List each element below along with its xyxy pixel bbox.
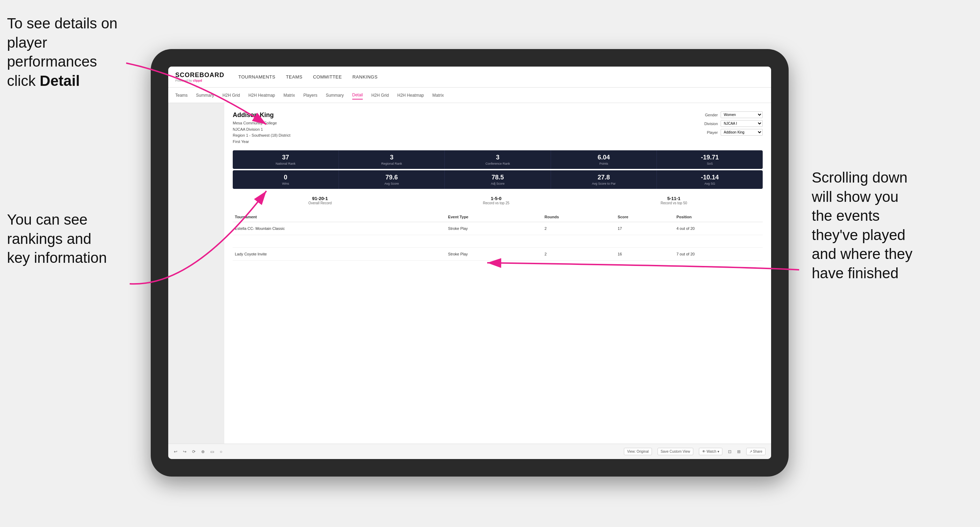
subnav-matrix[interactable]: Matrix [283,92,295,99]
save-custom-view-btn[interactable]: Save Custom View [657,448,693,455]
player-region: Region 1 - Southwest (18) District [233,132,290,139]
subnav-summary[interactable]: Summary [196,92,214,99]
nav-committee[interactable]: COMMITTEE [313,73,342,81]
wins-label: Wins [235,182,336,185]
score-3: 16 [616,248,675,261]
record-top25: 1-5-0 Record vs top 25 [483,196,510,205]
conference-rank-label: Conference Rank [448,162,548,165]
subnav-h2h-grid[interactable]: H2H Grid [223,92,240,99]
stat-sos: -19.71 SoS [657,150,763,169]
logo-scoreboard: SCOREBOARD [175,71,224,79]
bottom-toolbar: ↩ ↪ ⟳ ⊕ ▭ ○ View: Original Save Custom V… [168,444,771,459]
view-original-btn[interactable]: View: Original [624,448,652,455]
subnav-h2h-grid2[interactable]: H2H Grid [371,92,389,99]
top25-record-value: 1-5-0 [483,196,510,201]
tablet-screen: SCOREBOARD Powered by clippd TOURNAMENTS… [168,67,771,459]
annot-bl-line2: rankings and [7,230,91,247]
annot-top-line1: To see details on [7,15,118,32]
avg-par-label: Avg Score to Par [554,182,654,185]
annot-detail-bold: Detail [40,73,80,89]
stat-wins: 0 Wins [233,170,339,189]
top25-record-label: Record vs top 25 [483,201,510,205]
event-type-2 [446,235,542,248]
annot-bl-line3: key information [7,249,107,266]
view-original-label: View: Original [627,449,649,453]
player-year: First Year [233,139,290,145]
rounds-2 [542,235,616,248]
table-row: Estella CC- Mountain Classic Stroke Play… [233,222,763,235]
annot-bl-line1: You can see [7,211,88,228]
share-btn[interactable]: ↗ Share [746,448,765,455]
player-select[interactable]: Addison King [721,129,763,136]
expand-icon[interactable]: ⊞ [737,449,741,454]
avg-score-label: Avg Score [342,182,442,185]
logo-area: SCOREBOARD Powered by clippd [175,71,224,83]
stat-conference-rank: 3 Conference Rank [445,150,551,169]
player-header: Addison King Mesa Community College NJCA… [233,111,763,145]
sos-label: SoS [660,162,760,165]
table-row: Lady Coyote Invite Stroke Play 2 16 7 ou… [233,248,763,261]
records-row: 91-20-1 Overall Record 1-5-0 Record vs t… [233,193,763,208]
gender-control: Gender Women [698,111,763,118]
rounds-3: 2 [542,248,616,261]
subnav-detail[interactable]: Detail [352,91,363,100]
avg-sg-value: -10.14 [660,174,760,181]
tablet-frame: SCOREBOARD Powered by clippd TOURNAMENTS… [151,49,789,476]
top50-record-label: Record vs top 50 [661,201,687,205]
grid-icon[interactable]: ⊡ [728,449,732,454]
player-label: Player [698,130,718,135]
undo-icon[interactable]: ↩ [174,449,177,454]
subnav-players[interactable]: Players [303,92,317,99]
annot-r-line5: and where they [812,246,912,262]
division-label: Division [698,122,718,126]
col-tournament: Tournament [233,212,446,222]
regional-rank-value: 3 [342,154,442,161]
position-2 [675,235,763,248]
adj-score-label: Adj Score [448,182,548,185]
position-1: 4 out of 20 [675,222,763,235]
record-overall: 91-20-1 Overall Record [309,196,332,205]
circle-icon[interactable]: ○ [220,449,222,454]
player-control: Player Addison King [698,129,763,136]
nav-teams[interactable]: TEAMS [286,73,302,81]
nav-rankings[interactable]: RANKINGS [352,73,377,81]
redo-icon[interactable]: ↪ [183,449,186,454]
position-3: 7 out of 20 [675,248,763,261]
gender-select[interactable]: Women [721,111,763,118]
subnav-h2h-heatmap2[interactable]: H2H Heatmap [397,92,424,99]
left-sidebar [168,103,224,444]
subnav-summary2[interactable]: Summary [326,92,344,99]
national-rank-label: National Rank [235,162,336,165]
player-name: Addison King [233,111,290,119]
adj-score-value: 78.5 [448,174,548,181]
subnav-h2h-heatmap[interactable]: H2H Heatmap [248,92,275,99]
save-custom-view-label: Save Custom View [661,449,690,453]
nav-tournaments[interactable]: TOURNAMENTS [238,73,275,81]
share-label: ↗ Share [749,449,762,453]
sub-nav: Teams Summary H2H Grid H2H Heatmap Matri… [168,87,771,103]
subnav-teams[interactable]: Teams [175,92,188,99]
watch-btn[interactable]: 👁 Watch ▾ [699,448,722,455]
zoom-in-icon[interactable]: ⊕ [201,449,205,454]
event-type-1: Stroke Play [446,222,542,235]
division-control: Division NJCAA I [698,120,763,127]
gender-label: Gender [698,113,718,117]
subnav-matrix2[interactable]: Matrix [433,92,444,99]
player-info: Addison King Mesa Community College NJCA… [233,111,290,145]
stat-avg-sg: -10.14 Avg SG [657,170,763,189]
wins-value: 0 [235,174,336,181]
division-select[interactable]: NJCAA I [721,120,763,127]
content-area: Addison King Mesa Community College NJCA… [224,103,771,444]
tournament-name-2 [233,235,446,248]
watch-label: 👁 Watch ▾ [702,449,719,453]
col-event-type: Event Type [446,212,542,222]
annotation-top-left: To see details on player performances cl… [7,14,140,90]
nav-items: TOURNAMENTS TEAMS COMMITTEE RANKINGS [238,73,377,81]
stat-regional-rank: 3 Regional Rank [339,150,445,169]
tournament-table: Tournament Event Type Rounds Score Posit… [233,212,763,261]
annot-r-line1: Scrolling down [812,169,907,186]
zoom-out-icon[interactable]: ▭ [210,449,214,454]
score-2 [616,235,675,248]
refresh-icon[interactable]: ⟳ [192,449,196,454]
annotation-bottom-left: You can see rankings and key information [7,210,140,268]
